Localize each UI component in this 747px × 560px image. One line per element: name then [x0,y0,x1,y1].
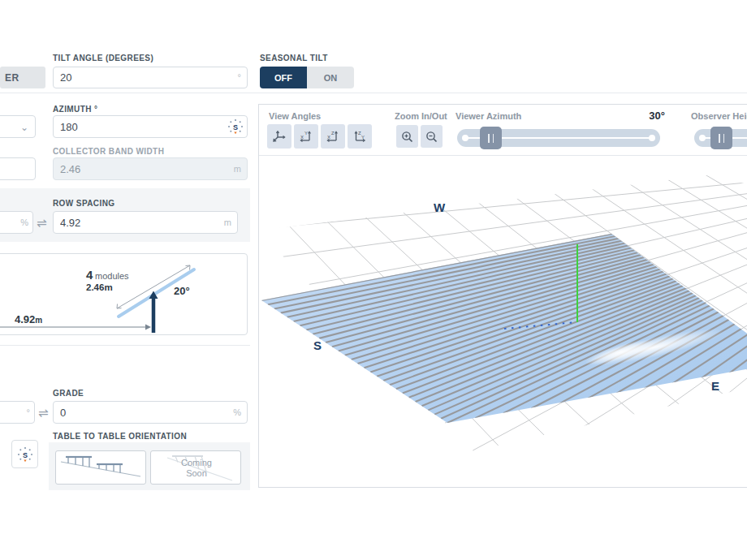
observer-height-slider[interactable] [694,129,747,147]
view-xy-button[interactable]: Y X [294,124,318,149]
slider-end-dot [649,135,655,141]
row-spacing-input[interactable] [53,211,238,234]
meter-suffix: m [224,218,231,227]
orientation-option-stepped[interactable] [55,450,146,485]
diagram-modules-word: modules [95,271,129,281]
diagram-tilt-value: 20° [174,285,190,297]
scene-viewport[interactable]: W S E [259,155,747,488]
viewer-toolbar: View Angles Y X [259,105,747,156]
collector-band-width-input [53,157,248,180]
observer-height-label: Observer Height [691,111,747,121]
collector-field-wrap: m [53,157,248,180]
viewer-azimuth-value: 30° [628,110,665,122]
slider-start-dot [462,135,468,141]
seasonal-tilt-label: SEASONAL TILT [260,54,328,62]
racking-type-button[interactable]: ER [0,67,45,88]
left-stub-input[interactable] [0,157,36,180]
chevron-down-icon: ⌄ [20,123,28,132]
row-spacing-label: ROW SPACING [53,199,114,208]
orientation-compass-button[interactable]: S [11,440,38,468]
compass-west-label: W [434,200,446,214]
view-xz-button[interactable]: Z X [321,124,345,149]
svg-text:Z: Z [331,131,335,136]
tilt-angle-field-wrap: ° [53,67,248,88]
view-angles-label: View Angles [269,111,321,121]
compass-icon[interactable]: S [227,118,244,136]
axes-zy-icon: Z Y [352,129,367,144]
table-orientation-label: TABLE TO TABLE ORIENTATION [53,432,187,441]
compass-east-label: E [711,379,719,393]
racking-type-label: ER [5,72,19,84]
grade-label: GRADE [53,389,84,398]
diagram-modules-count: 4 [86,268,93,282]
seasonal-tilt-on-button[interactable]: ON [307,67,354,88]
degree-suffix: ° [27,407,30,417]
grade-field-wrap: % [53,401,248,424]
svg-text:X: X [300,135,304,140]
solar-array-3d-view: W S E [259,155,747,488]
compass-south-letter: S [233,123,238,131]
degree-suffix: ° [238,72,241,82]
view-3d-axes-button[interactable] [267,124,291,149]
tilt-angle-input[interactable] [53,67,248,88]
left-dropdown[interactable]: ⌄ [0,115,36,138]
compass-orange-pointer [234,131,236,134]
grade-input[interactable] [53,401,248,424]
axes-xy-icon: Y X [299,129,313,144]
viewer-azimuth-slider[interactable] [457,129,660,147]
svg-text:Y: Y [361,135,365,140]
zoom-in-out-label: Zoom In/Out [395,111,447,121]
percent-suffix: % [233,407,241,417]
section-divider [0,93,747,93]
viewer-panel: View Angles Y X [258,104,747,488]
axes-xz-icon: Z X [326,129,340,144]
viewer-azimuth-label: Viewer Azimuth [456,111,521,121]
seasonal-tilt-off-button[interactable]: OFF [260,67,307,88]
row-spacing-diagram: 4 modules 2.46m 20° 4.92m [0,253,248,335]
zoom-out-icon [425,130,438,144]
collector-band-width-label: COLLECTOR BAND WIDTH [53,147,164,156]
diagram-spacing-value: 4.92m [15,313,42,325]
solar-layout-configurator: ER TILT ANGLE (DEGREES) ° SEASONAL TILT … [0,0,747,560]
azimuth-label: AZIMUTH ° [53,105,97,114]
azimuth-input[interactable] [53,115,248,138]
compass-icon: S [16,446,34,463]
viewer-azimuth-handle[interactable] [480,127,502,149]
svg-text:S: S [22,450,27,459]
swap-icon: ⇌ [38,407,49,419]
azimuth-field-wrap: S [53,115,248,138]
axes-3d-icon [272,129,287,144]
stepped-tables-icon [56,451,145,484]
tilt-angle-label: TILT ANGLE (DEGREES) [53,54,153,62]
grade-degree-wrap: ° [0,401,35,424]
svg-text:Y: Y [304,131,308,136]
meter-suffix: m [234,164,241,174]
row-spacing-percent-wrap: % [0,211,33,234]
svg-text:X: X [327,135,330,140]
row-spacing-field-wrap: m [53,211,238,234]
percent-suffix: % [20,218,28,227]
section-divider [0,345,250,346]
swap-icon: ⇌ [37,217,47,229]
observer-height-handle[interactable] [710,127,732,149]
orientation-option-coming-soon[interactable]: Coming Soon [150,450,241,485]
view-zy-button[interactable]: Z Y [348,124,372,149]
seasonal-tilt-toggle: OFF ON [260,67,354,88]
diagram-band-width: 2.46m [86,282,113,292]
zoom-in-button[interactable] [396,125,418,148]
compass-south-label: S [313,338,322,352]
slider-start-dot [699,135,706,141]
coming-soon-text: Coming Soon [151,458,242,478]
zoom-in-icon [400,130,414,144]
zoom-out-button[interactable] [421,125,443,148]
